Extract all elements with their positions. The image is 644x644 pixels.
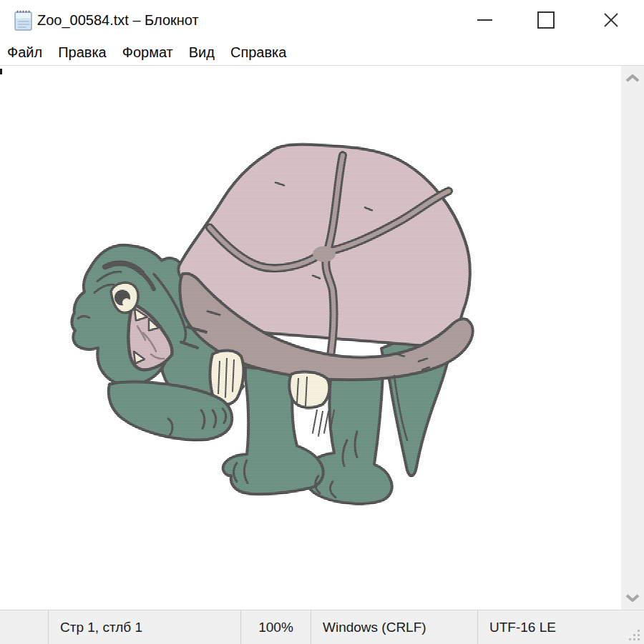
- status-encoding: UTF-16 LE: [478, 610, 644, 644]
- resize-grip[interactable]: [628, 628, 642, 643]
- turtle-illustration: [61, 140, 476, 530]
- chevron-up-icon: [625, 74, 640, 82]
- notepad-window: { "window": { "title": "Zoo_00584.txt – …: [0, 0, 644, 644]
- status-blank-cell: [0, 610, 49, 644]
- window-title: Zoo_00584.txt – Блокнот: [37, 0, 199, 40]
- maximize-button[interactable]: [524, 0, 568, 40]
- status-zoom-level: 100%: [241, 610, 311, 644]
- status-cursor-position: Стр 1, стлб 1: [49, 610, 241, 644]
- menu-help[interactable]: Справка: [230, 44, 286, 61]
- title-bar[interactable]: Zoo_00584.txt – Блокнот: [0, 0, 644, 40]
- maximize-icon: [537, 11, 555, 29]
- status-bar: Стр 1, стлб 1 100% Windows (CRLF) UTF-16…: [0, 610, 644, 644]
- status-line-ending: Windows (CRLF): [311, 610, 478, 644]
- vertical-scrollbar[interactable]: [621, 66, 644, 610]
- notepad-icon: [14, 10, 33, 31]
- menu-view[interactable]: Вид: [189, 44, 215, 61]
- menu-format[interactable]: Формат: [122, 44, 173, 61]
- menu-file[interactable]: Файл: [7, 44, 42, 61]
- close-icon: [602, 11, 620, 29]
- text-caret: [0, 69, 2, 74]
- menu-edit[interactable]: Правка: [58, 44, 107, 61]
- close-button[interactable]: [589, 0, 633, 40]
- minimize-icon: [477, 19, 492, 21]
- document-image: [61, 140, 476, 530]
- scroll-down-button[interactable]: [621, 585, 644, 610]
- scroll-up-button[interactable]: [621, 66, 644, 90]
- chevron-down-icon: [625, 594, 640, 602]
- menu-bar: Файл Правка Формат Вид Справка: [0, 40, 644, 65]
- minimize-button[interactable]: [462, 0, 507, 40]
